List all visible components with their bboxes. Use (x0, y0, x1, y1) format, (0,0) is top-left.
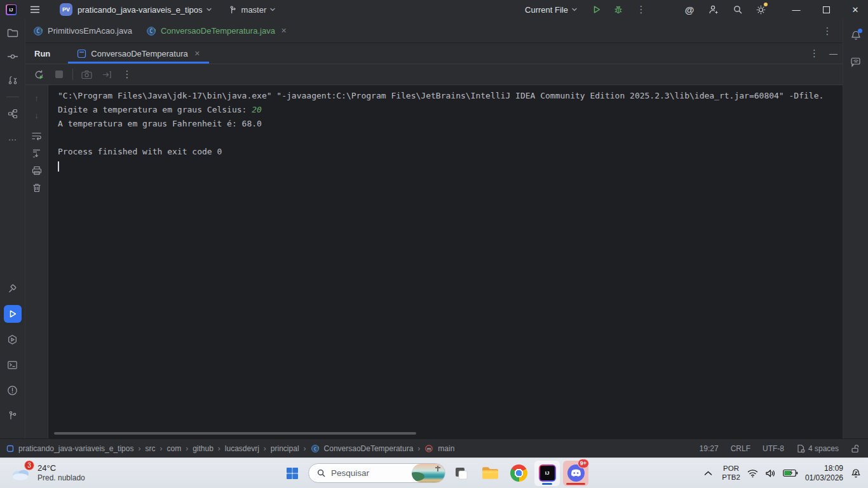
battery-charging-icon (783, 469, 798, 477)
more-actions-button[interactable]: ⋮ (632, 1, 650, 18)
services-tool-button[interactable] (4, 330, 22, 348)
add-user-icon (708, 4, 719, 15)
toolbar-divider (72, 69, 73, 80)
breadcrumb-separator: › (138, 444, 140, 453)
svg-text:C: C (37, 29, 40, 34)
run-configuration-selector[interactable]: Current File (525, 5, 578, 15)
battery-button[interactable] (783, 469, 798, 477)
discord-taskbar-button[interactable]: 9+ (563, 461, 588, 486)
pull-requests-tool-button[interactable] (4, 71, 22, 89)
notification-center-button[interactable] (850, 468, 862, 479)
code-with-me-button[interactable] (705, 1, 722, 18)
run-configuration-label[interactable]: Current File (525, 5, 568, 15)
taskbar-weather-widget[interactable]: 3 24°C Pred. nublado (10, 463, 85, 483)
branch-chevron-down-icon[interactable] (269, 6, 279, 13)
print-button[interactable] (29, 163, 44, 178)
breadcrumb-item[interactable]: ConversaoDeTemperatura (324, 444, 414, 453)
breadcrumb-item[interactable]: main (438, 444, 454, 453)
readonly-toggle[interactable] (851, 444, 859, 453)
capture-snapshot-button[interactable] (78, 66, 95, 83)
volume-button[interactable] (765, 469, 776, 478)
clear-console-button[interactable] (29, 180, 44, 195)
breadcrumb-item[interactable]: com (166, 444, 181, 453)
version-control-tool-button[interactable] (4, 407, 22, 424)
soft-wrap-button[interactable] (29, 128, 44, 144)
tab-primitivos-em-acao[interactable]: C PrimitivosEmAcao.java (27, 19, 139, 43)
language-switcher[interactable]: POR PTB2 (722, 464, 740, 482)
chrome-button[interactable] (506, 461, 531, 486)
ai-chat-button[interactable] (847, 53, 865, 71)
window-minimize-button[interactable]: — (783, 0, 809, 19)
taskbar-search[interactable] (308, 463, 445, 483)
window-maximize-button[interactable] (813, 0, 839, 19)
hide-tool-window-button[interactable]: — (829, 49, 837, 58)
breadcrumb-item[interactable]: src (145, 444, 155, 453)
structure-tool-button[interactable] (4, 105, 22, 123)
search-highlight-image[interactable] (412, 464, 445, 482)
rerun-button[interactable] (31, 66, 47, 83)
notifications-button[interactable] (847, 27, 865, 44)
tab-conversao-de-temperatura[interactable]: C ConversaoDeTemperatura.java ✕ (140, 19, 293, 43)
run-console[interactable]: "C:\Program Files\Java\jdk-17\bin\java.e… (48, 85, 843, 438)
taskbar-clock[interactable]: 18:09 01/03/2026 (805, 464, 843, 483)
intellij-taskbar-button[interactable]: IJ (534, 461, 560, 486)
search-icon (316, 468, 326, 478)
breadcrumb-item[interactable]: principal (271, 444, 299, 453)
file-encoding[interactable]: UTF-8 (763, 444, 784, 453)
stop-button[interactable] (51, 66, 67, 83)
commit-tool-button[interactable] (4, 48, 22, 65)
project-chevron-down-icon[interactable] (206, 6, 212, 13)
kebab-icon: ⋮ (823, 25, 832, 37)
problems-tool-button[interactable] (4, 381, 22, 399)
debug-button[interactable] (609, 1, 627, 18)
line-separator[interactable]: CRLF (731, 444, 750, 453)
more-tools-button[interactable]: … (4, 128, 22, 146)
task-view-button[interactable] (449, 461, 474, 486)
run-window-options-button[interactable]: ⋮ (810, 48, 819, 59)
run-tab-close-icon[interactable]: ✕ (194, 50, 200, 58)
tab-close-icon[interactable]: ✕ (281, 27, 287, 35)
breadcrumb-item[interactable]: praticando_java-variaveis_e_tipos (18, 444, 133, 453)
project-tool-button[interactable] (4, 24, 22, 42)
build-tool-button[interactable] (4, 280, 22, 297)
cursor-position[interactable]: 19:27 (700, 444, 719, 453)
camera-icon (81, 70, 92, 79)
run-tab-conversao-de-temperatura[interactable]: ConversaoDeTemperatura ✕ (68, 43, 209, 64)
settings-button[interactable] (752, 1, 770, 18)
right-activity-bar (843, 19, 868, 438)
ai-assistant-button[interactable]: @ (681, 1, 698, 18)
terminal-tool-button[interactable] (4, 356, 22, 374)
window-close-button[interactable]: ✕ (843, 0, 868, 19)
exit-process-button[interactable] (98, 66, 115, 83)
console-options-button[interactable]: ⋮ (119, 66, 135, 83)
unlocked-icon (851, 444, 859, 453)
search-everywhere-button[interactable] (729, 1, 747, 18)
run-tool-window-header: Run ConversaoDeTemperatura ✕ ⋮ — (25, 43, 843, 64)
tray-overflow-button[interactable] (702, 471, 715, 476)
date: 01/03/2026 (805, 473, 843, 483)
branch-name[interactable]: master (241, 5, 267, 15)
scroll-to-end-button[interactable] (29, 146, 44, 161)
git-branch-widget[interactable]: master (229, 5, 280, 15)
run-tool-button[interactable] (4, 305, 22, 323)
console-horizontal-scrollbar[interactable] (54, 432, 416, 435)
console-caret (58, 161, 59, 172)
project-avatar[interactable]: PV (60, 3, 72, 16)
main-menu-button[interactable] (27, 1, 43, 18)
breadcrumb-item[interactable]: lucasdevrj (225, 444, 259, 453)
tab-options-button[interactable]: ⋮ (818, 22, 836, 40)
search-input[interactable] (331, 468, 395, 478)
run-window-title[interactable]: Run (34, 49, 50, 58)
run-config-chevron-down-icon[interactable] (571, 6, 578, 13)
project-name[interactable]: praticando_java-variaveis_e_tipos (78, 5, 203, 15)
title-bar-right: Current File ⋮ @ (525, 0, 868, 19)
run-button[interactable] (588, 1, 606, 18)
prev-occurrence-button[interactable]: ↑ (29, 90, 44, 105)
start-button[interactable] (280, 461, 305, 486)
wifi-button[interactable] (747, 469, 758, 478)
next-occurrence-button[interactable]: ↓ (29, 107, 44, 123)
taskbar-system-tray: POR PTB2 18:09 01/03/2026 (702, 464, 862, 483)
breadcrumb-item[interactable]: github (193, 444, 214, 453)
file-explorer-button[interactable] (477, 461, 503, 486)
indent-setting[interactable]: 4 spaces (796, 444, 839, 453)
